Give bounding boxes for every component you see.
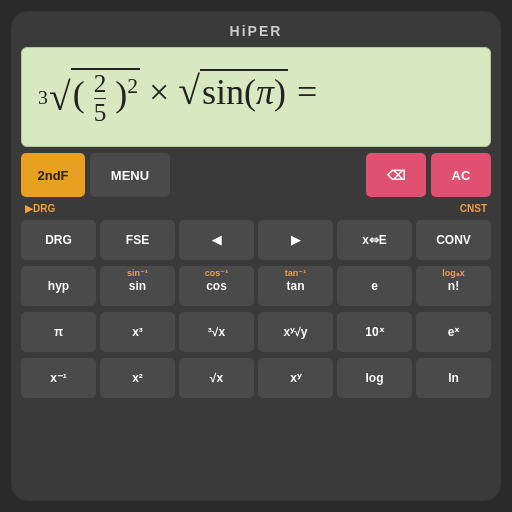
row3-btn-0-label: π	[54, 325, 63, 339]
drg-indicator: ▶DRG	[25, 203, 55, 214]
row2-btn-5-sublabel: logₐx	[442, 268, 465, 278]
row2-btn-5[interactable]: logₐxn!	[416, 266, 491, 306]
row1-btn-1[interactable]: FSE	[100, 220, 175, 260]
row1-btn-3-label: ▶	[291, 233, 300, 247]
row4-btn-1[interactable]: x²	[100, 358, 175, 398]
button-grid-row1: DRGFSE◀▶x⇔ECONV	[21, 220, 491, 260]
display-expression: 3 √ ( 2 5 )2 × √ sin(π) =	[38, 68, 317, 127]
row1-btn-3[interactable]: ▶	[258, 220, 333, 260]
row4-btn-5[interactable]: ln	[416, 358, 491, 398]
row1-btn-4-label: x⇔E	[362, 233, 387, 247]
row2-btn-1-sublabel: sin⁻¹	[127, 268, 148, 278]
row2-btn-4[interactable]: e	[337, 266, 412, 306]
button-grid-row2: hypsin⁻¹sincos⁻¹costan⁻¹tanelogₐxn!	[21, 266, 491, 306]
row1-btn-5[interactable]: CONV	[416, 220, 491, 260]
second-f-button[interactable]: 2ndF	[21, 153, 85, 197]
row4-btn-4-label: log	[366, 371, 384, 385]
row3-btn-4[interactable]: 10ˣ	[337, 312, 412, 352]
row2-btn-0[interactable]: hyp	[21, 266, 96, 306]
display-area: 3 √ ( 2 5 )2 × √ sin(π) =	[21, 47, 491, 147]
row2-btn-3[interactable]: tan⁻¹tan	[258, 266, 333, 306]
row2-btn-1-label: sin	[129, 279, 146, 293]
row4-btn-2-label: √x	[210, 371, 223, 385]
row4-btn-1-label: x²	[132, 371, 143, 385]
row2-btn-4-label: e	[371, 279, 378, 293]
row3-btn-1-label: x³	[132, 325, 143, 339]
row4-btn-3[interactable]: xʸ	[258, 358, 333, 398]
row4-btn-2[interactable]: √x	[179, 358, 254, 398]
row3-btn-3[interactable]: xʸ√y	[258, 312, 333, 352]
button-grid-row4: x⁻¹x²√xxʸlogln	[21, 358, 491, 398]
row4-btn-0[interactable]: x⁻¹	[21, 358, 96, 398]
row2-btn-3-sublabel: tan⁻¹	[285, 268, 307, 278]
row1-btn-0[interactable]: DRG	[21, 220, 96, 260]
row3-btn-2[interactable]: ³√x	[179, 312, 254, 352]
row3-btn-4-label: 10ˣ	[365, 325, 383, 339]
row4-btn-4[interactable]: log	[337, 358, 412, 398]
backspace-button[interactable]: ⌫	[366, 153, 426, 197]
row2-btn-2[interactable]: cos⁻¹cos	[179, 266, 254, 306]
row3-btn-3-label: xʸ√y	[284, 325, 308, 339]
row1-btn-1-label: FSE	[126, 233, 149, 247]
row2-btn-1[interactable]: sin⁻¹sin	[100, 266, 175, 306]
cnst-indicator: CNST	[460, 203, 487, 214]
menu-button[interactable]: MENU	[90, 153, 170, 197]
app-title: HiPER	[21, 21, 491, 41]
row4-btn-0-label: x⁻¹	[50, 371, 67, 385]
row2-btn-5-label: n!	[448, 279, 459, 293]
control-row: 2ndF MENU ⌫ AC	[21, 153, 491, 197]
row3-btn-5[interactable]: eˣ	[416, 312, 491, 352]
row4-btn-5-label: ln	[448, 371, 459, 385]
row3-btn-5-label: eˣ	[448, 325, 460, 339]
indicator-row: ▶DRG CNST	[21, 203, 491, 214]
row1-btn-2[interactable]: ◀	[179, 220, 254, 260]
row2-btn-2-sublabel: cos⁻¹	[205, 268, 229, 278]
row2-btn-0-label: hyp	[48, 279, 69, 293]
row1-btn-2-label: ◀	[212, 233, 221, 247]
row3-btn-2-label: ³√x	[208, 325, 225, 339]
row1-btn-0-label: DRG	[45, 233, 72, 247]
calculator: HiPER 3 √ ( 2 5 )2 × √ sin(π) =	[11, 11, 501, 501]
ac-button[interactable]: AC	[431, 153, 491, 197]
row1-btn-5-label: CONV	[436, 233, 471, 247]
row4-btn-3-label: xʸ	[290, 371, 301, 385]
button-grid-row3: πx³³√xxʸ√y10ˣeˣ	[21, 312, 491, 352]
row1-btn-4[interactable]: x⇔E	[337, 220, 412, 260]
row3-btn-1[interactable]: x³	[100, 312, 175, 352]
row2-btn-2-label: cos	[206, 279, 227, 293]
row3-btn-0[interactable]: π	[21, 312, 96, 352]
row2-btn-3-label: tan	[287, 279, 305, 293]
